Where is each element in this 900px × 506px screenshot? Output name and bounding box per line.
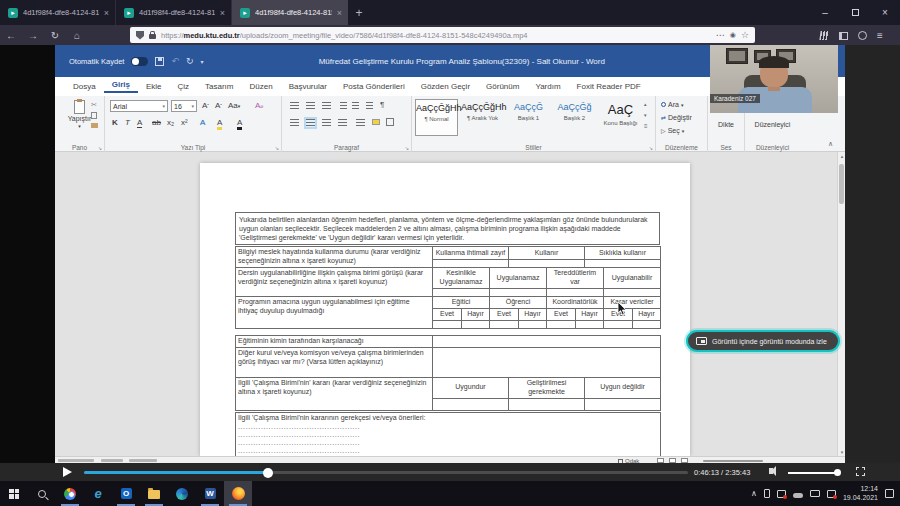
new-tab-button[interactable]: + [348,0,370,25]
library-icon[interactable] [819,31,829,40]
tab-gorunum[interactable]: Görünüm [478,82,527,91]
autosave-toggle[interactable] [131,57,148,66]
browser-tab-3-active[interactable]: ▸ 4d1f98f4-dfe8-4124-8151-548 × [232,0,348,25]
font-name-select[interactable]: Arial▾ [110,100,168,112]
dictate-button[interactable]: Dikte [708,121,744,128]
table-cell-empty[interactable] [509,398,585,410]
taskbar-edge[interactable] [168,481,196,506]
table-cell-empty[interactable] [462,321,490,329]
play-button[interactable] [63,467,72,477]
security-icon[interactable] [777,490,786,498]
find-button[interactable]: Ara▾ [661,101,683,108]
tab-duzen[interactable]: Düzen [242,82,281,91]
redo-icon[interactable]: ↻ [186,56,194,66]
tab-posta[interactable]: Posta Gönderileri [335,82,413,91]
back-icon[interactable]: ← [0,30,22,41]
taskbar-word[interactable]: W [196,481,224,506]
tab-ciz[interactable]: Çiz [169,82,197,91]
styles-scroll-down-icon[interactable]: ▾ [644,112,647,118]
styles-gallery-icon[interactable]: ≡ [644,123,648,129]
word-scrollbar[interactable]: ▴ ▾ [837,152,845,456]
url-bar[interactable]: https://medu.ktu.edu.tr/uploads/zoom_mee… [130,27,755,43]
select-button[interactable]: ▷Seç▾ [661,127,684,134]
table-cell-empty[interactable] [433,336,661,348]
tab-close-icon[interactable]: × [337,8,342,18]
minimize-button[interactable]: – [810,0,840,25]
taskbar-clock[interactable]: 12:14 19.04.2021 [843,485,878,503]
tab-foxit[interactable]: Foxit Reader PDF [569,82,649,91]
table-cell-empty[interactable] [433,321,462,329]
tab-yardim[interactable]: Yardım [527,82,568,91]
page-actions-icon[interactable]: ⋯ [716,30,725,40]
multilevel-list-icon[interactable] [322,102,331,110]
tab-tasarim[interactable]: Tasarım [197,82,241,91]
font-size-select[interactable]: 16▾ [171,100,197,112]
browser-tab-1[interactable]: ▸ 4d1f98f4-dfe8-4124-8151-548 × [0,0,116,25]
pip-button[interactable]: Görüntü içinde görüntü modunda izle [686,330,840,352]
table-cell-empty[interactable] [519,321,547,329]
network-icon[interactable] [810,490,820,497]
tab-close-icon[interactable]: × [104,8,109,18]
replace-button[interactable]: ⇄Değiştir [661,114,692,121]
clear-format-button[interactable]: A⌀ [255,101,263,110]
taskbar-search-button[interactable] [28,481,56,506]
account-icon[interactable] [858,31,867,40]
restore-button[interactable] [840,0,870,25]
taskbar-chrome[interactable] [56,481,84,506]
taskbar-edge-legacy[interactable]: e [84,481,112,506]
style-title[interactable]: AaÇKonu Başlığı [599,99,642,136]
subscript-button[interactable]: x₂ [167,118,174,127]
forward-icon[interactable]: → [22,30,44,41]
fullscreen-icon[interactable] [856,467,865,476]
zoom-slider[interactable] [703,460,763,462]
reload-icon[interactable]: ↻ [44,30,66,41]
cut-icon[interactable]: ✂ [91,101,97,109]
shading-icon[interactable] [372,119,380,125]
style-no-spacing[interactable]: AaÇçĞğHh¶ Aralık Yok [461,99,504,136]
align-left-icon[interactable] [290,119,299,127]
sort-icon[interactable] [366,102,373,110]
save-icon[interactable] [155,57,164,66]
justify-icon[interactable] [338,119,347,127]
document-content[interactable]: Yukarıda belirtilen alanlardan öğrenim h… [235,212,660,456]
taskbar-outlook[interactable]: O [112,481,140,506]
tracking-shield-icon[interactable] [136,31,144,40]
volume-muted-icon[interactable] [827,490,836,498]
table-cell-empty[interactable] [547,321,576,329]
volume-slider-fill[interactable] [788,472,838,474]
tab-dosya[interactable]: Dosya [65,82,104,91]
tray-expand-icon[interactable]: ∧ [751,489,757,498]
align-center-icon[interactable] [306,119,315,127]
line-spacing-icon[interactable] [356,119,365,127]
sidebar-icon[interactable] [839,32,848,40]
styles-launcher-icon[interactable]: ↘ [649,145,653,151]
scroll-down-icon[interactable]: ▾ [838,449,846,455]
save-to-pocket-icon[interactable]: ◉ [730,31,736,39]
tab-ekle[interactable]: Ekle [138,82,170,91]
paragraph-launcher-icon[interactable]: ↘ [405,145,409,151]
highlight-button[interactable]: A [217,118,222,130]
increase-indent-icon[interactable] [352,102,359,110]
url-text[interactable]: https://medu.ktu.edu.tr/uploads/zoom_mee… [161,31,711,40]
video-player[interactable]: Otomatik Kaydet ↶ ↻ ▾ Müfredat Geliştirm… [0,45,900,463]
scrollbar-thumb[interactable] [839,164,844,204]
phone-link-icon[interactable] [764,489,770,498]
underline-button[interactable]: A [137,118,142,128]
change-case-button[interactable]: Aa▾ [228,101,240,110]
volume-slider[interactable] [788,472,840,474]
seek-bar-fill[interactable] [84,471,268,474]
style-heading1[interactable]: AaÇçĞBaşlık 1 [507,99,550,136]
align-right-icon[interactable] [322,119,331,127]
shrink-font-button[interactable]: Aˇ [215,101,222,110]
tab-gozden-gecir[interactable]: Gözden Geçir [413,82,478,91]
copy-icon[interactable] [91,112,97,119]
font-launcher-icon[interactable]: ↘ [275,145,279,151]
grow-font-button[interactable]: Aˆ [202,101,209,110]
scroll-up-icon[interactable]: ▴ [838,153,846,159]
taskbar-firefox-active[interactable] [224,481,252,506]
paste-dropdown-icon[interactable]: ▾ [78,123,81,129]
browser-tab-2[interactable]: ▸ 4d1f98f4-dfe8-4124-8151-548 × [116,0,232,25]
taskbar-explorer[interactable] [140,481,168,506]
styles-scroll-up-icon[interactable]: ▴ [644,101,647,107]
home-icon[interactable]: ⌂ [66,30,88,41]
